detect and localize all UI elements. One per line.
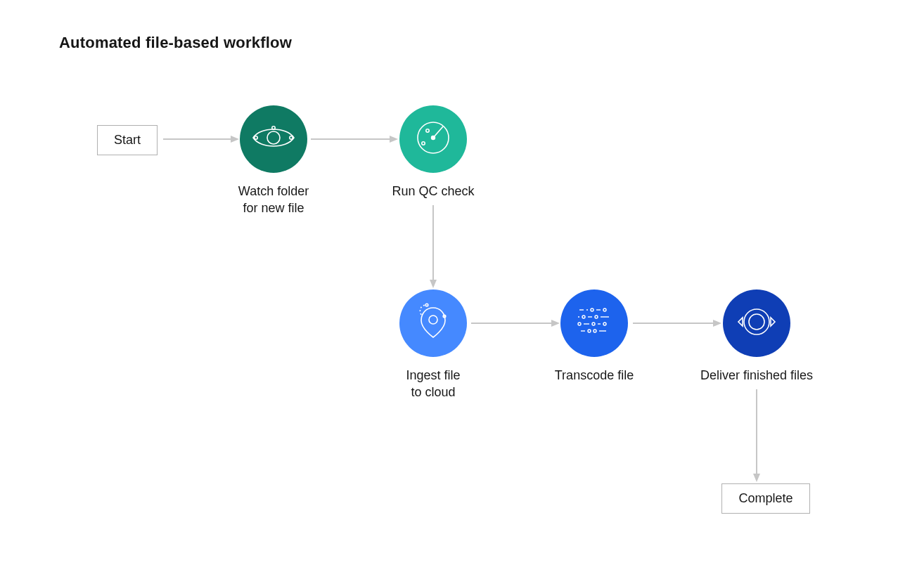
gauge-icon <box>413 118 453 160</box>
svg-marker-43 <box>713 320 721 327</box>
node-qc-check-label: Run QC check <box>363 183 503 200</box>
svg-marker-37 <box>390 136 398 143</box>
complete-label: Complete <box>738 491 793 505</box>
node-transcode <box>560 290 628 357</box>
diagram-title: Automated file-based workflow <box>59 34 292 52</box>
svg-marker-33 <box>771 318 775 326</box>
arrow-watch-to-qc <box>311 134 399 148</box>
start-label: Start <box>114 133 141 147</box>
complete-box: Complete <box>721 483 810 514</box>
svg-point-18 <box>582 315 585 318</box>
node-qc-check <box>399 105 467 173</box>
svg-point-16 <box>603 308 606 311</box>
svg-marker-45 <box>753 474 760 482</box>
node-ingest-label: Ingest file to cloud <box>363 367 503 401</box>
arrow-start-to-watch <box>163 134 240 148</box>
arrow-deliver-to-complete <box>750 389 764 483</box>
svg-point-14 <box>591 308 593 311</box>
start-box: Start <box>97 125 158 155</box>
svg-point-31 <box>749 314 764 330</box>
svg-marker-39 <box>430 280 437 288</box>
svg-point-3 <box>272 126 275 129</box>
svg-point-6 <box>432 136 435 140</box>
arrow-transcode-to-deliver <box>633 318 723 332</box>
node-deliver <box>723 290 790 357</box>
svg-point-26 <box>603 323 606 325</box>
arrow-qc-to-ingest <box>426 205 440 290</box>
svg-point-22 <box>578 323 581 325</box>
location-pin-icon <box>416 301 451 346</box>
node-deliver-label: Deliver finished files <box>686 367 827 384</box>
binary-data-icon <box>574 304 615 342</box>
diagram-canvas: Automated file-based workflow Start Watc… <box>0 0 924 579</box>
svg-point-29 <box>593 330 596 332</box>
arrow-ingest-to-transcode <box>471 318 561 332</box>
node-ingest <box>399 290 467 357</box>
svg-point-28 <box>588 330 591 332</box>
svg-point-9 <box>429 315 437 324</box>
sync-cycle-icon <box>736 303 778 344</box>
svg-point-1 <box>255 136 257 139</box>
node-watch-folder-label: Watch folder for new file <box>203 183 344 217</box>
svg-point-2 <box>290 136 293 139</box>
svg-point-24 <box>592 323 595 325</box>
svg-marker-41 <box>551 320 560 327</box>
node-transcode-label: Transcode file <box>524 367 665 384</box>
node-watch-folder <box>240 105 307 173</box>
svg-point-8 <box>426 129 429 132</box>
svg-marker-32 <box>738 318 743 326</box>
svg-point-0 <box>267 131 280 144</box>
svg-marker-35 <box>231 136 239 143</box>
eye-icon <box>252 124 295 155</box>
svg-point-20 <box>595 315 598 318</box>
svg-point-7 <box>422 142 425 145</box>
